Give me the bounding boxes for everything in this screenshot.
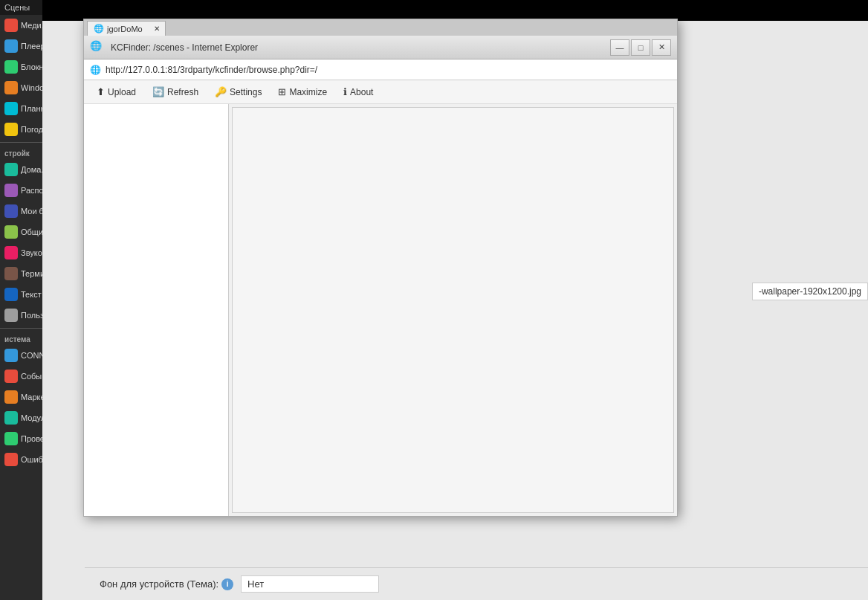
sidebar-section-system: истема <box>0 331 42 345</box>
refresh-label: Refresh <box>167 87 198 97</box>
upload-label: Upload <box>108 87 136 97</box>
theme-label: Фон для устройств (Тема): i <box>100 578 233 590</box>
wallpaper-filename: -wallpaper-1920x1200.jpg <box>759 286 861 297</box>
main-content: -wallpaper-1920x1200.jpg 🌐 jgorDoMo ✕ 🌐 … <box>42 0 868 600</box>
about-icon: ℹ <box>343 86 347 97</box>
media-icon <box>4 19 18 32</box>
browser-addressbar: 🌐 <box>84 59 677 80</box>
browser-window: 🌐 jgorDoMo ✕ 🌐 KCFinder: /scenes - Inter… <box>83 19 678 517</box>
sidebar-item-planner[interactable]: Планн <box>0 98 42 119</box>
windows-icon <box>4 81 18 94</box>
sidebar-item-weather[interactable]: Погод <box>0 119 42 140</box>
notepad-icon <box>4 60 18 74</box>
home-icon <box>4 163 18 176</box>
upload-button[interactable]: ⬆ Upload <box>90 83 143 100</box>
address-input[interactable] <box>106 65 671 75</box>
sidebar-item-notepad[interactable]: Блокн <box>0 57 42 77</box>
info-icon[interactable]: i <box>221 578 233 590</box>
about-button[interactable]: ℹ About <box>337 83 380 100</box>
tab-label: jgorDoMo <box>107 25 143 33</box>
wallpaper-info: -wallpaper-1920x1200.jpg <box>752 283 868 300</box>
sidebar-item-terminal[interactable]: Терми <box>0 263 42 284</box>
conn-icon <box>4 349 18 362</box>
users-icon <box>4 309 18 322</box>
maximize-label: Maximize <box>289 87 327 97</box>
background-app: Сцены Меди... Плеер Блокн Windc Планн По… <box>0 0 868 600</box>
myfiles-icon <box>4 204 18 218</box>
refresh-icon: 🔄 <box>152 86 164 97</box>
general-icon <box>4 225 18 239</box>
top-black-bar <box>42 0 868 21</box>
sidebar-section-scenes: Сцены <box>0 0 42 15</box>
tab-close-button[interactable]: ✕ <box>152 23 162 33</box>
about-label: About <box>350 87 373 97</box>
form-row-theme: Фон для устройств (Тема): i <box>100 575 853 593</box>
text-icon <box>4 288 18 301</box>
sidebar-item-events[interactable]: Собы... <box>0 366 42 387</box>
sidebar-item-general[interactable]: Общи <box>0 222 42 242</box>
sidebar-item-media[interactable]: Меди... <box>0 15 42 36</box>
sidebar-item-windows[interactable]: Windc <box>0 77 42 98</box>
terminal-icon <box>4 267 18 280</box>
browser-title: KCFinder: /scenes - Internet Explorer <box>111 42 604 53</box>
maximize-icon: ⊞ <box>278 86 286 97</box>
modules-icon <box>4 411 18 425</box>
minimize-button[interactable]: — <box>610 39 629 56</box>
sidebar-item-users[interactable]: Польз <box>0 305 42 326</box>
browser-tab-kcfinder[interactable]: 🌐 jgorDoMo ✕ <box>87 21 166 36</box>
sidebar-item-home[interactable]: Дома... <box>0 159 42 180</box>
player-icon <box>4 39 18 53</box>
close-button[interactable]: ✕ <box>652 39 671 56</box>
sidebar-item-audio[interactable]: Звуко <box>0 242 42 263</box>
refresh-button[interactable]: 🔄 Refresh <box>146 83 205 100</box>
bottom-form: Фон для устройств (Тема): i <box>85 567 868 600</box>
updates-icon <box>4 432 18 445</box>
window-controls: — □ ✕ <box>610 39 671 56</box>
sidebar-item-conn[interactable]: CONN <box>0 345 42 366</box>
kcfinder-body <box>84 104 677 516</box>
sidebar-item-myfiles[interactable]: Мои б <box>0 201 42 222</box>
marketplace-icon <box>4 390 18 404</box>
audio-icon <box>4 246 18 259</box>
browser-titlebar: 🌐 KCFinder: /scenes - Internet Explorer … <box>84 36 677 59</box>
errors-icon <box>4 453 18 466</box>
planner-icon <box>4 102 18 115</box>
divider-2 <box>0 328 42 329</box>
layout-icon <box>4 184 18 197</box>
address-icon: 🌐 <box>90 65 101 75</box>
sidebar-item-player[interactable]: Плеер <box>0 36 42 57</box>
ie-logo-icon: 🌐 <box>90 40 105 55</box>
restore-button[interactable]: □ <box>631 39 650 56</box>
upload-icon: ⬆ <box>97 86 105 97</box>
sidebar-section-settings: стройк <box>0 145 42 159</box>
events-icon <box>4 370 18 383</box>
settings-button[interactable]: 🔑 Settings <box>208 83 268 100</box>
divider-1 <box>0 142 42 143</box>
ie-tab-icon: 🌐 <box>94 24 104 33</box>
sidebar-item-modules[interactable]: Модули <box>0 407 42 428</box>
maximize-button[interactable]: ⊞ Maximize <box>271 83 334 100</box>
settings-icon: 🔑 <box>215 86 227 97</box>
kcfinder-toolbar: ⬆ Upload 🔄 Refresh 🔑 Settings ⊞ Maximize… <box>84 80 677 104</box>
kcfinder-file-view[interactable] <box>232 107 674 513</box>
sidebar-item-layout[interactable]: Распо <box>0 180 42 201</box>
sidebar-item-text[interactable]: Текст <box>0 284 42 305</box>
sidebar-item-marketplace[interactable]: Маркет дополнений <box>0 387 42 407</box>
kcfinder-file-tree[interactable] <box>84 104 229 516</box>
settings-label: Settings <box>230 87 262 97</box>
theme-input[interactable] <box>241 575 379 593</box>
sidebar-item-updates[interactable]: Проверка обновлений <box>0 428 42 449</box>
weather-icon <box>4 123 18 136</box>
sidebar-item-errors[interactable]: Ошибки системы <box>0 449 42 470</box>
sidebar: Сцены Меди... Плеер Блокн Windc Планн По… <box>0 0 42 600</box>
browser-tabbar: 🌐 jgorDoMo ✕ <box>84 19 677 36</box>
